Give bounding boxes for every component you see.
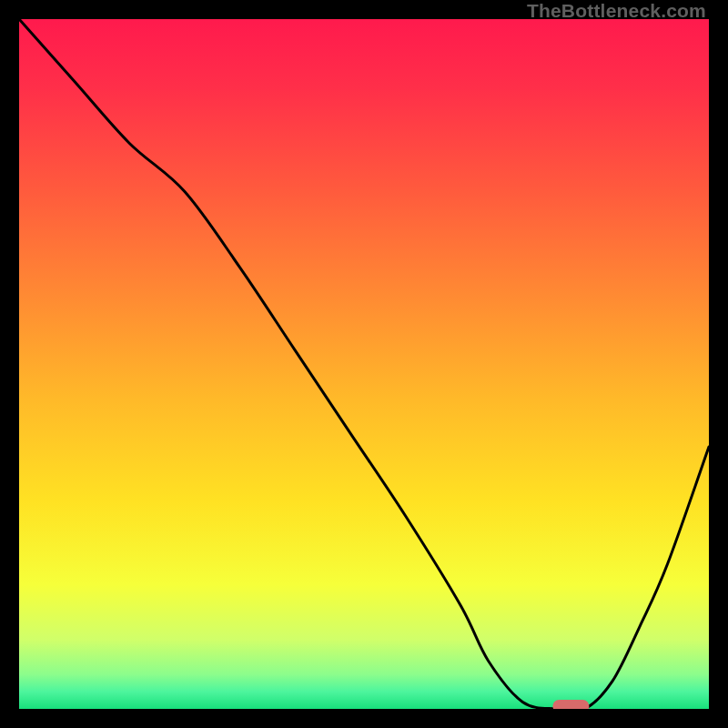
chart-svg <box>19 19 709 709</box>
gradient-background <box>19 19 709 709</box>
plot-area <box>19 19 709 709</box>
marker-pill <box>552 700 589 709</box>
